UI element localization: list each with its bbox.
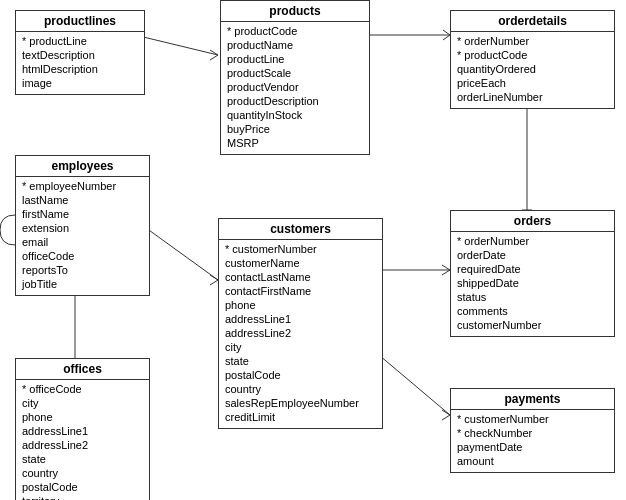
field: * orderNumber	[457, 234, 608, 248]
field: amount	[457, 454, 608, 468]
entity-employees-title: employees	[16, 156, 149, 177]
svg-line-7	[443, 35, 450, 40]
field: addressLine1	[225, 312, 376, 326]
field: jobTitle	[22, 277, 143, 291]
field: * productLine	[22, 34, 138, 48]
entity-products-body: * productCode productName productLine pr…	[221, 22, 369, 154]
svg-line-24	[442, 265, 450, 270]
field: firstName	[22, 207, 143, 221]
entity-employees-body: * employeeNumber lastName firstName exte…	[16, 177, 149, 295]
field: * officeCode	[22, 382, 143, 396]
field: addressLine2	[225, 326, 376, 340]
field: htmlDescription	[22, 62, 138, 76]
field: salesRepEmployeeNumber	[225, 396, 376, 410]
svg-line-6	[443, 30, 450, 35]
svg-line-28	[373, 350, 450, 415]
field: contactLastName	[225, 270, 376, 284]
field: paymentDate	[457, 440, 608, 454]
entity-offices-body: * officeCode city phone addressLine1 add…	[16, 380, 149, 500]
field: requiredDate	[457, 262, 608, 276]
field: contactFirstName	[225, 284, 376, 298]
field: * productCode	[227, 24, 363, 38]
field: productScale	[227, 66, 363, 80]
field: creditLimit	[225, 410, 376, 424]
field: addressLine1	[22, 424, 143, 438]
entity-payments-title: payments	[451, 389, 614, 410]
field: lastName	[22, 193, 143, 207]
field: * orderNumber	[457, 34, 608, 48]
svg-line-1	[210, 50, 218, 55]
erd-diagram: productlines * productLine textDescripti…	[0, 0, 626, 500]
entity-offices: offices * officeCode city phone addressL…	[15, 358, 150, 500]
field: * checkNumber	[457, 426, 608, 440]
field: addressLine2	[22, 438, 143, 452]
field: priceEach	[457, 76, 608, 90]
field: country	[225, 382, 376, 396]
field: quantityInStock	[227, 108, 363, 122]
field: * productCode	[457, 48, 608, 62]
svg-line-29	[442, 410, 450, 415]
svg-line-25	[442, 270, 450, 275]
field: * customerNumber	[225, 242, 376, 256]
field: postalCode	[225, 368, 376, 382]
entity-orderdetails-body: * orderNumber * productCode quantityOrde…	[451, 32, 614, 108]
field: MSRP	[227, 136, 363, 150]
svg-line-2	[210, 55, 218, 60]
entity-productlines: productlines * productLine textDescripti…	[15, 10, 145, 95]
field: buyPrice	[227, 122, 363, 136]
entity-payments-body: * customerNumber * checkNumber paymentDa…	[451, 410, 614, 472]
field: comments	[457, 304, 608, 318]
field: image	[22, 76, 138, 90]
field: * employeeNumber	[22, 179, 143, 193]
entity-orders-body: * orderNumber orderDate requiredDate shi…	[451, 232, 614, 336]
entity-orders-title: orders	[451, 211, 614, 232]
field: country	[22, 466, 143, 480]
entity-offices-title: offices	[16, 359, 149, 380]
field: textDescription	[22, 48, 138, 62]
entity-productlines-body: * productLine textDescription htmlDescri…	[16, 32, 144, 94]
field: customerNumber	[457, 318, 608, 332]
field: * customerNumber	[457, 412, 608, 426]
field: shippedDate	[457, 276, 608, 290]
field: productDescription	[227, 94, 363, 108]
field: email	[22, 235, 143, 249]
field: extension	[22, 221, 143, 235]
field: productVendor	[227, 80, 363, 94]
svg-line-16	[210, 280, 218, 285]
field: phone	[22, 410, 143, 424]
entity-products-title: products	[221, 1, 369, 22]
field: status	[457, 290, 608, 304]
entity-orderdetails-title: orderdetails	[451, 11, 614, 32]
entity-orderdetails: orderdetails * orderNumber * productCode…	[450, 10, 615, 109]
entity-customers-title: customers	[219, 219, 382, 240]
entity-customers: customers * customerNumber customerName …	[218, 218, 383, 429]
field: quantityOrdered	[457, 62, 608, 76]
entity-customers-body: * customerNumber customerName contactLas…	[219, 240, 382, 428]
svg-line-15	[210, 275, 218, 280]
entity-products: products * productCode productName produ…	[220, 0, 370, 155]
field: state	[22, 452, 143, 466]
field: postalCode	[22, 480, 143, 494]
field: productName	[227, 38, 363, 52]
field: productLine	[227, 52, 363, 66]
field: phone	[225, 298, 376, 312]
field: reportsTo	[22, 263, 143, 277]
entity-payments: payments * customerNumber * checkNumber …	[450, 388, 615, 473]
field: officeCode	[22, 249, 143, 263]
field: orderLineNumber	[457, 90, 608, 104]
field: state	[225, 354, 376, 368]
field: territory	[22, 494, 143, 500]
field: city	[225, 340, 376, 354]
entity-orders: orders * orderNumber orderDate requiredD…	[450, 210, 615, 337]
svg-line-30	[442, 415, 450, 420]
field: city	[22, 396, 143, 410]
svg-line-0	[135, 35, 218, 55]
field: customerName	[225, 256, 376, 270]
entity-employees: employees * employeeNumber lastName firs…	[15, 155, 150, 296]
entity-productlines-title: productlines	[16, 11, 144, 32]
field: orderDate	[457, 248, 608, 262]
